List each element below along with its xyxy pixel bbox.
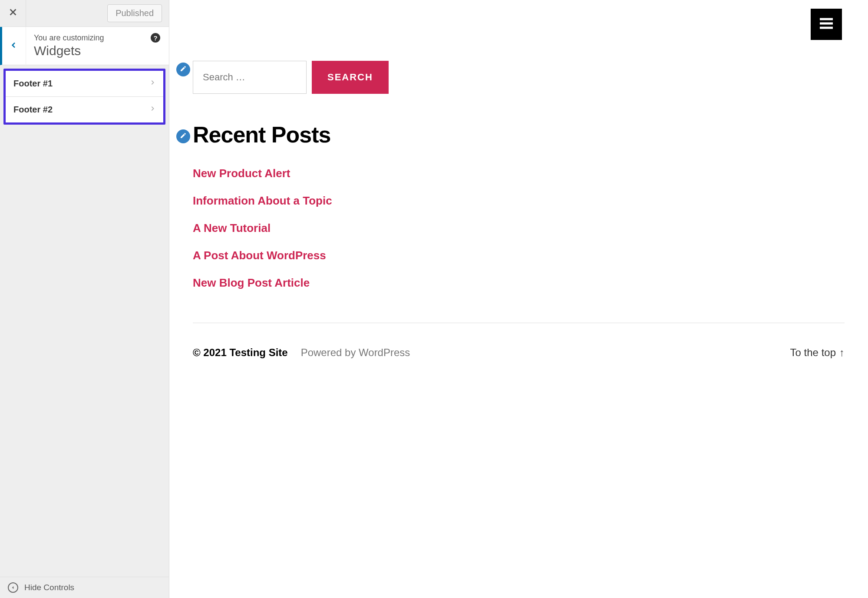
search-button[interactable]: SEARCH [312, 61, 389, 94]
publish-button[interactable]: Published [107, 4, 162, 22]
recent-posts-heading: Recent Posts [193, 122, 845, 148]
arrow-up-icon: ↑ [839, 347, 845, 359]
sidebar-top-bar: Published [0, 0, 169, 27]
panel-title: Widgets [34, 43, 169, 58]
panel-header: You are customizing Widgets ? [0, 27, 169, 65]
recent-posts-widget: Recent Posts New Product Alert Informati… [193, 122, 845, 290]
section-label: Footer #1 [13, 79, 53, 89]
to-top-label: To the top [790, 347, 836, 359]
post-link[interactable]: A New Tutorial [193, 221, 845, 235]
search-input[interactable] [193, 61, 307, 94]
post-link[interactable]: Information About a Topic [193, 194, 845, 208]
section-label: Footer #2 [13, 105, 53, 115]
search-widget: SEARCH [193, 61, 845, 94]
section-item-footer-1[interactable]: Footer #1 [6, 71, 163, 96]
chevron-left-icon [10, 40, 17, 52]
back-button[interactable] [2, 27, 26, 65]
edit-shortcut-search[interactable] [176, 63, 190, 76]
preview-pane: SEARCH Recent Posts New Product Alert In… [169, 0, 868, 598]
menu-toggle-button[interactable] [811, 9, 842, 40]
powered-by-link[interactable]: Powered by WordPress [301, 347, 410, 359]
site-footer: © 2021 Testing Site Powered by WordPress… [193, 347, 845, 385]
edit-shortcut-recent[interactable] [176, 129, 190, 143]
chevron-right-icon [150, 104, 155, 116]
close-customizer-button[interactable] [0, 0, 26, 27]
section-item-footer-2[interactable]: Footer #2 [6, 96, 163, 122]
chevron-right-icon [150, 78, 155, 89]
help-icon[interactable]: ? [151, 33, 160, 43]
collapse-icon [8, 582, 18, 593]
hide-controls-label: Hide Controls [24, 583, 74, 592]
customizer-sidebar: Published You are customizing Widgets ? … [0, 0, 169, 598]
panel-subheading: You are customizing [34, 33, 169, 43]
recent-posts-list: New Product Alert Information About a To… [193, 167, 845, 290]
panel-titles: You are customizing Widgets [26, 33, 169, 58]
pencil-icon [180, 132, 187, 141]
post-link[interactable]: New Blog Post Article [193, 276, 845, 290]
publish-wrap: Published [26, 4, 169, 22]
to-top-link[interactable]: To the top ↑ [790, 347, 845, 359]
post-link[interactable]: New Product Alert [193, 167, 845, 180]
post-link[interactable]: A Post About WordPress [193, 249, 845, 262]
pencil-icon [180, 65, 187, 74]
copyright-text: © 2021 Testing Site [193, 347, 288, 359]
hamburger-icon [818, 15, 835, 34]
footer-divider [193, 323, 845, 323]
close-icon [8, 7, 18, 20]
widget-areas-highlight: Footer #1 Footer #2 [3, 69, 165, 125]
hide-controls-button[interactable]: Hide Controls [0, 577, 169, 598]
